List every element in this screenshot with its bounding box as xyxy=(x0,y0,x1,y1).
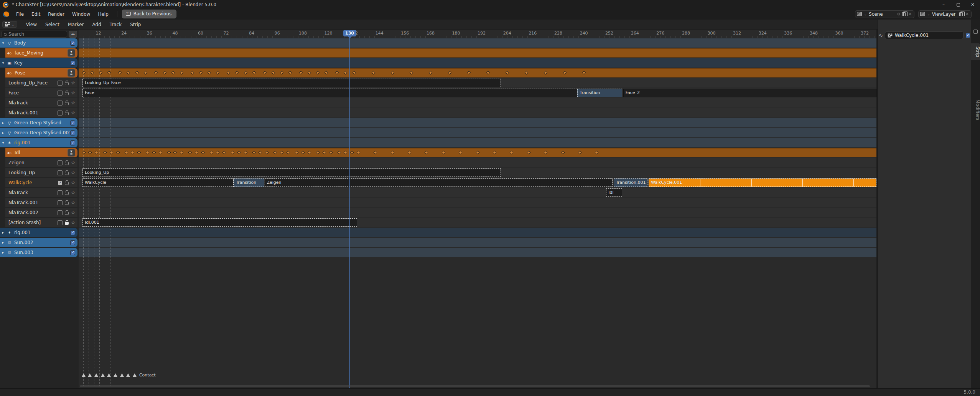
channel-enable-checkbox[interactable] xyxy=(70,140,75,145)
channel-object-green-deep-stylised-001[interactable]: ▸▽Green Deep Stylised.001 xyxy=(0,128,77,137)
solo-star-icon[interactable]: ☆ xyxy=(71,190,75,195)
channel-track-nlatrack-002[interactable]: NlaTrack.002☆ xyxy=(5,208,77,217)
channel-track-nlatrack-001[interactable]: NlaTrack.001☆ xyxy=(5,108,77,117)
maximize-button[interactable] xyxy=(951,0,965,9)
pose-marker-icon[interactable] xyxy=(88,373,92,377)
strip-face-2[interactable]: Face_2 xyxy=(623,89,876,97)
strip-walkcycle[interactable]: WalkCycle xyxy=(82,178,234,187)
chevron-right-icon[interactable]: ▸ xyxy=(0,121,6,125)
strip-idl-001[interactable]: Idl.001 xyxy=(82,218,357,227)
strip-idl[interactable]: Idl xyxy=(606,188,622,197)
lock-open-icon[interactable] xyxy=(65,182,69,185)
pose-marker-icon[interactable] xyxy=(101,373,105,377)
viewlayer-name[interactable]: ViewLayer xyxy=(932,12,957,17)
pose-marker-icon[interactable] xyxy=(107,373,111,377)
remove-viewlayer-icon[interactable]: ✕ xyxy=(965,12,970,16)
pose-marker-icon[interactable] xyxy=(94,373,98,377)
chevron-down-icon[interactable]: ▾ xyxy=(0,141,6,145)
nla-menu-add[interactable]: Add xyxy=(88,21,105,28)
solo-star-icon[interactable]: ☆ xyxy=(71,220,75,225)
strip-looking-up-face[interactable]: Looking_Up_Face xyxy=(82,79,501,87)
scene-name[interactable]: Scene xyxy=(869,12,896,17)
lock-open-icon[interactable] xyxy=(65,212,69,215)
channel-enable-checkbox[interactable] xyxy=(70,61,75,66)
channel-track-zeigen[interactable]: Zeigen☆ xyxy=(5,158,77,167)
lock-open-icon[interactable] xyxy=(65,162,69,165)
strip-transition-001[interactable]: Transition.001 xyxy=(614,178,648,187)
lock-closed-icon[interactable] xyxy=(65,222,69,225)
pin-icon[interactable] xyxy=(898,13,900,15)
push-down-action-button[interactable]: ▼▬ xyxy=(68,69,75,77)
close-button[interactable]: ✕ xyxy=(965,0,980,9)
pose-marker-icon[interactable] xyxy=(133,373,137,377)
push-down-action-button[interactable]: ▼▬ xyxy=(68,149,75,157)
channel-action-pose[interactable]: ◆◇Pose▼▬ xyxy=(5,68,77,78)
channel-track-looking-up-face[interactable]: Looking_Up_Face☆ xyxy=(5,78,77,87)
channel-object-key[interactable]: ▾▣Key xyxy=(0,58,77,68)
chevron-right-icon[interactable]: ▸ xyxy=(0,231,6,234)
pose-marker-icon[interactable] xyxy=(114,373,117,377)
chevron-down-icon[interactable]: ▾ xyxy=(0,41,6,45)
nla-menu-marker[interactable]: Marker xyxy=(64,21,88,28)
menu-render[interactable]: Render xyxy=(44,10,68,18)
track-mute-checkbox[interactable] xyxy=(58,180,63,185)
back-to-previous-button[interactable]: Back to Previous xyxy=(122,10,177,18)
minimize-button[interactable]: – xyxy=(936,0,951,9)
current-frame-badge[interactable]: 130 xyxy=(343,30,356,36)
strip-name-field[interactable]: WalkCycle.001 xyxy=(885,31,964,39)
strip-walkcycle-001[interactable]: WalkCycle.001 xyxy=(649,178,876,187)
track-mute-checkbox[interactable] xyxy=(58,200,63,205)
channel-enable-checkbox[interactable] xyxy=(70,41,75,46)
chevron-right-icon[interactable]: ▸ xyxy=(0,241,6,244)
channel-track-nlatrack[interactable]: NlaTrack☆ xyxy=(5,98,77,107)
pose-marker-icon[interactable] xyxy=(120,373,124,377)
lock-open-icon[interactable] xyxy=(65,202,69,205)
pose-marker-icon[interactable] xyxy=(126,373,130,377)
channel-object-green-deep-stylised[interactable]: ▸▽Green Deep Stylised xyxy=(0,118,77,127)
channel-object-rig-001[interactable]: ▸✶rig.001 xyxy=(0,228,77,237)
solo-star-icon[interactable]: ☆ xyxy=(71,180,75,185)
channel-search-input[interactable]: Search xyxy=(2,31,67,38)
solo-star-icon[interactable]: ☆ xyxy=(71,110,75,116)
channel-enable-checkbox[interactable] xyxy=(70,230,75,235)
track-mute-checkbox[interactable] xyxy=(58,81,63,86)
lock-open-icon[interactable] xyxy=(65,92,69,95)
viewlayer-selector[interactable]: ⌄ ViewLayer ✕ xyxy=(918,10,972,18)
nla-track-area[interactable]: 0122436486072849610812013214415616818019… xyxy=(79,30,876,388)
lock-open-icon[interactable] xyxy=(65,192,69,195)
nla-menu-select[interactable]: Select xyxy=(41,21,64,28)
channel-object-rig-001[interactable]: ▾✶rig.001 xyxy=(0,138,77,147)
sidebar-toggle-icon[interactable] xyxy=(973,30,978,34)
track-mute-checkbox[interactable] xyxy=(58,170,63,175)
menu-help[interactable]: Help xyxy=(94,10,112,18)
push-down-action-button[interactable]: ▼▬ xyxy=(68,49,75,57)
track-mute-checkbox[interactable] xyxy=(58,101,63,106)
nla-menu-view[interactable]: View xyxy=(22,21,41,28)
nla-menu-strip[interactable]: Strip xyxy=(126,21,145,28)
scene-selector[interactable]: ⌄ Scene ✕ xyxy=(855,10,914,18)
horizontal-scrollbar[interactable] xyxy=(80,385,870,387)
solo-star-icon[interactable]: ☆ xyxy=(71,90,75,96)
strip-zeigen[interactable]: Zeigen xyxy=(265,178,613,187)
solo-star-icon[interactable]: ☆ xyxy=(71,100,75,106)
lock-open-icon[interactable] xyxy=(65,82,69,85)
channel-object-sun-003[interactable]: ▸☼Sun.003 xyxy=(0,248,77,257)
solo-star-icon[interactable]: ☆ xyxy=(71,80,75,86)
menu-edit[interactable]: Edit xyxy=(28,10,44,18)
new-scene-icon[interactable] xyxy=(902,12,906,16)
track-mute-checkbox[interactable] xyxy=(58,160,63,165)
solo-star-icon[interactable]: ☆ xyxy=(71,160,75,165)
track-mute-checkbox[interactable] xyxy=(58,190,63,195)
track-mute-checkbox[interactable] xyxy=(58,91,63,96)
channel-object-sun-002[interactable]: ▸☼Sun.002 xyxy=(0,238,77,247)
chevron-right-icon[interactable]: ▸ xyxy=(0,131,6,135)
strip-looking-up[interactable]: Looking_Up xyxy=(82,168,501,177)
editor-type-button[interactable]: ⌄ xyxy=(2,21,17,28)
channel-enable-checkbox[interactable] xyxy=(70,130,75,135)
solo-star-icon[interactable]: ☆ xyxy=(71,210,75,215)
channel-action-idl[interactable]: ◆◇Idl▼▬ xyxy=(5,148,77,157)
channel-track-face[interactable]: Face☆ xyxy=(5,88,77,97)
strip-transition[interactable]: Transition xyxy=(577,89,622,97)
lock-open-icon[interactable] xyxy=(65,102,69,105)
menu-window[interactable]: Window xyxy=(68,10,94,18)
